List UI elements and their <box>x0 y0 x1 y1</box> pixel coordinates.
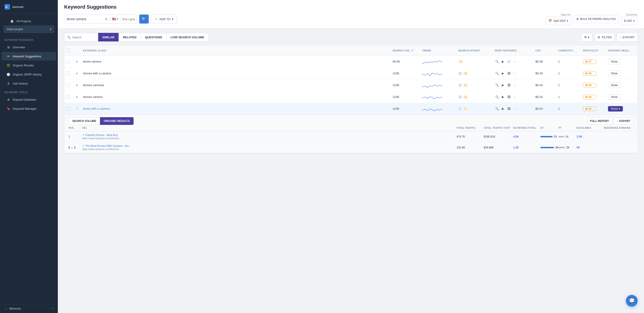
th-search-vol[interactable]: SEARCH VOL.▾ <box>392 49 422 52</box>
sub-url-cell: ↗ Camera Drones - Best Buy https://www.b… <box>82 133 456 140</box>
competition-cell: 1 <box>558 107 583 110</box>
sidebar-item-overview[interactable]: ⊞ Overview <box>2 43 56 51</box>
dollar-icon: $ <box>6 81 10 85</box>
url-link[interactable]: ↗ Camera Drones - Best Buy <box>82 133 456 137</box>
show-button[interactable]: Show <box>608 59 621 64</box>
select-all-checkbox[interactable] <box>67 49 70 52</box>
sub-tab-organic-results[interactable]: ORGANIC RESULTS <box>100 117 134 125</box>
trend-cell <box>422 93 458 101</box>
page-title: Keyword Suggestions <box>64 4 638 10</box>
table-row: ▶ drones with a camera 110K I C 🔍 ▶ 🖼 ··… <box>64 67 638 79</box>
competition-cell: 1 <box>558 95 583 99</box>
filter-button[interactable]: ⚙ FILTER <box>594 33 614 41</box>
full-report-button[interactable]: FULL REPORT <box>587 117 612 125</box>
th-keyword[interactable]: KEYWORD (3,362) <box>83 49 392 52</box>
row-checkbox[interactable] <box>67 83 70 87</box>
expand-button[interactable]: ▾ <box>75 106 79 111</box>
expand-button[interactable]: ▶ <box>75 59 79 64</box>
external-link-icon: ↗ <box>82 144 84 148</box>
th-trend: TREND <box>422 49 458 52</box>
keyword-research-section-title: Keyword Research <box>0 35 58 43</box>
organic-result-cell: Show ▾ <box>608 106 635 111</box>
sidebar-item-keyword-manager[interactable]: 🔖 Keyword Manager <box>2 104 56 113</box>
sidebar-item-expand-database[interactable]: ⊕ Expand Database <box>2 95 56 104</box>
tab-related[interactable]: RELATED <box>118 33 140 41</box>
chevron-down-icon: ▾ <box>633 19 635 22</box>
pt-progress: 24 <box>558 135 577 138</box>
row-checkbox[interactable] <box>67 95 70 99</box>
sub-traffic-cell: 474.7K <box>456 135 484 138</box>
trend-chart <box>422 105 442 113</box>
chevron-down-icon: ▾ <box>172 17 174 21</box>
expand-button[interactable]: ▶ <box>75 71 79 76</box>
sub-keywords-total-cell: 1.3K <box>513 146 540 149</box>
upload-icon: ↑ <box>620 35 621 39</box>
sidebar-item-ads-history[interactable]: $ Ads History <box>2 79 56 88</box>
external-link-icon: ↗ <box>82 133 84 137</box>
sub-th-keywords-total: KEYWORDS TOTAL <box>513 127 540 129</box>
sidebar-item-all-projects[interactable]: 🏠 All Projects <box>6 17 52 25</box>
tab-search-input[interactable] <box>72 35 95 39</box>
bulk-keyword-analysis-button[interactable]: ⊞ BULK KEYWORD ANALYSIS <box>574 15 618 23</box>
sub-export-button[interactable]: ↑ EXPORT <box>614 117 633 125</box>
content-area: 🔍 SIMILAR RELATED QUESTIONS LOW SEARCH V… <box>58 28 644 158</box>
clear-search-button[interactable]: ✕ <box>103 17 110 21</box>
sub-tab-search-volume[interactable]: SEARCH VOLUME <box>68 117 100 125</box>
serp-icon-more: ··· <box>512 94 517 99</box>
chevron-up-icon: ▾ <box>618 107 620 110</box>
export-button[interactable]: ↑ EXPORT <box>617 33 638 41</box>
tab-low-search-volume[interactable]: LOW SEARCH VOLUME <box>166 33 208 41</box>
show-button[interactable]: Show <box>608 82 621 88</box>
calendar-icon: 📅 <box>548 19 552 22</box>
serp-icon-search: 🔍 <box>494 71 500 76</box>
chevron-down-icon: ▾ <box>567 19 568 22</box>
cpc-cell: $0.24 <box>536 107 558 110</box>
table-row: ▶ drones camera 110K I C 🔍 ▶ 🖼 ··· <box>64 91 638 103</box>
difficulty-cell: 67 <box>583 59 608 64</box>
intent-badge-c: C <box>463 95 468 99</box>
sub-traffic-cell: 125.4K <box>456 146 484 149</box>
trend-chart <box>422 69 442 77</box>
search-button[interactable]: 🔍 <box>139 14 149 23</box>
sidebar-item-organic-serp-history[interactable]: 🕐 Organic SERP History <box>2 70 56 79</box>
copy-button[interactable]: ⧉ ▾ <box>582 33 592 41</box>
sidebar-item-keyword-suggestions[interactable]: ✏ Keyword Suggestions <box>2 52 56 60</box>
keyword-link[interactable]: drone with a camera <box>83 107 110 110</box>
serp-icon-more: ··· <box>512 83 517 88</box>
chat-button[interactable]: 💬 <box>626 295 638 307</box>
tab-similar[interactable]: SIMILAR <box>98 33 118 41</box>
url-link[interactable]: ↗ The Best Drones With Camera - Am... <box>82 144 456 148</box>
sub-pos-cell: 1 <box>68 135 82 138</box>
home-icon: 🏠 <box>10 19 14 23</box>
th-cpc[interactable]: CPC <box>536 49 558 52</box>
date-picker-button[interactable]: 📅 April 2023 ▾ <box>546 17 571 25</box>
google-logo[interactable]: Google <box>121 17 137 21</box>
currency-selector[interactable]: $ USD ▾ <box>621 17 638 25</box>
project-selector[interactable]: Select project ▾ <box>4 26 54 33</box>
dt-bar <box>540 147 554 148</box>
show-button[interactable]: Show <box>608 71 621 76</box>
show-expanded-button[interactable]: Show ▾ <box>608 106 623 111</box>
tab-questions[interactable]: QUESTIONS <box>141 33 167 41</box>
add-to-button[interactable]: ＋ ADD TO ▾ <box>151 14 177 23</box>
sidebar-item-organic-results[interactable]: 🌿 Organic Results <box>2 61 56 70</box>
sidebar-project-section: 🏠 All Projects Select project ▾ <box>0 14 58 35</box>
row-checkbox[interactable] <box>67 107 70 111</box>
trend-cell <box>422 57 458 66</box>
table-row: ▶ drone camera 90.5K C 🔍 ▶ 🛒 ··· $0 <box>64 56 638 67</box>
flag-selector[interactable]: 🇺🇸 ▾ <box>110 17 120 21</box>
keyword-filter-search[interactable]: 🔍 <box>64 33 98 41</box>
minimize-button[interactable]: ← Minimize ? <box>0 304 58 313</box>
th-competition[interactable]: COMPETITI... <box>558 49 583 52</box>
sub-pt-cell: 24 <box>558 135 577 138</box>
trend-cell <box>422 69 458 77</box>
expand-button[interactable]: ▶ <box>75 83 79 87</box>
show-button[interactable]: Show <box>608 94 621 100</box>
expand-button[interactable]: ▶ <box>75 95 79 99</box>
trend-chart <box>422 93 442 101</box>
intent-cell: I C <box>458 72 494 75</box>
row-checkbox[interactable] <box>67 60 70 63</box>
sub-panel: SEARCH VOLUME ORGANIC RESULTS FULL REPOR… <box>64 115 638 153</box>
row-checkbox[interactable] <box>67 72 70 75</box>
keyword-search-input[interactable] <box>64 17 103 21</box>
